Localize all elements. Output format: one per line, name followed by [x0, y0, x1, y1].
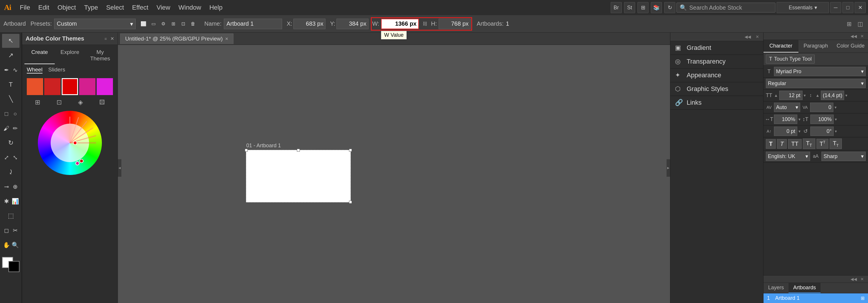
scissors-tool[interactable]: ✂ [11, 223, 20, 238]
font-size-input[interactable] [779, 91, 803, 100]
touch-type-tool-button[interactable]: T Touch Type Tool [766, 55, 815, 63]
arrange-artboards-icon[interactable]: ⊞ [845, 20, 854, 28]
artboard-name-input[interactable] [224, 19, 282, 29]
pen-tool[interactable]: ✒ [2, 63, 11, 77]
rearrange-icon[interactable]: ⊡ [179, 20, 187, 28]
tab-color-guide[interactable]: Color Guide [833, 40, 868, 53]
artboard-nav-icon[interactable]: ◫ [856, 20, 865, 28]
presets-dropdown[interactable]: Custom ▾ [54, 19, 136, 29]
size-down-icon[interactable]: ▾ [804, 93, 806, 98]
symbol-tool[interactable]: ✱ [2, 194, 11, 208]
menu-select[interactable]: Select [103, 3, 127, 12]
scale-v-input[interactable] [810, 115, 834, 124]
gradient-item[interactable]: ▣ Gradient [670, 41, 763, 55]
left-panel-collapse[interactable]: ◀ [118, 159, 121, 177]
links-item[interactable]: 🔗 Links [670, 96, 763, 110]
tab-create[interactable]: Create [25, 47, 55, 64]
line-tool[interactable]: ╲ [2, 92, 20, 106]
w-input[interactable] [381, 19, 419, 29]
panel-close-icon[interactable]: ✕ [110, 36, 114, 42]
direct-select-tool[interactable]: ↗ [2, 48, 20, 62]
search-adobe-stock[interactable]: 🔍 Search Adobe Stock [677, 3, 775, 12]
menu-object[interactable]: Object [54, 3, 80, 12]
essentials-dropdown[interactable]: Essentials ▾ [777, 2, 829, 13]
menu-type[interactable]: Type [81, 3, 101, 12]
leading-down-icon[interactable]: ▾ [845, 93, 847, 98]
color-options-icon[interactable]: ◈ [78, 99, 83, 106]
tab-paragraph[interactable]: Paragraph [799, 40, 833, 53]
save-theme-icon[interactable]: ⊡ [57, 99, 62, 106]
properties-close[interactable]: ✕ [754, 34, 761, 40]
swatch-3[interactable] [62, 78, 78, 95]
add-to-swatches-icon[interactable]: ⊞ [35, 99, 40, 106]
bold-button[interactable]: T [766, 139, 776, 149]
font-name-dropdown[interactable]: Myriad Pro ▾ [774, 67, 866, 76]
sliders-tab[interactable]: Sliders [48, 66, 65, 74]
rotation-arrow[interactable]: ▾ [835, 129, 837, 134]
bridge-button[interactable]: Br [611, 2, 622, 13]
menu-view[interactable]: View [153, 3, 174, 12]
leading-up-icon[interactable]: ▲ [816, 93, 820, 98]
artboard-handle-tl[interactable] [245, 149, 248, 152]
tab-explore[interactable]: Explore [55, 47, 85, 64]
paintbrush-tool[interactable]: 🖌 [2, 121, 11, 135]
artboard-handle-tr[interactable] [349, 149, 352, 152]
document-tab[interactable]: Untitled-1* @ 25% (RGB/GPU Preview) ✕ [120, 33, 234, 44]
superscript-button[interactable]: TT [816, 139, 829, 149]
grid-icon[interactable]: ⊞ [169, 20, 178, 28]
type-tool[interactable]: T [2, 78, 20, 91]
hand-tool[interactable]: ✋ [2, 238, 11, 252]
lock-proportions-icon[interactable]: ⛓ [421, 20, 429, 28]
baseline-arrow[interactable]: ▾ [799, 129, 801, 134]
pencil-tool[interactable]: ✏ [11, 121, 20, 135]
artboard-tool[interactable]: ⬚ [2, 209, 20, 223]
swatch-1[interactable] [27, 78, 43, 95]
swatch-2[interactable] [44, 78, 61, 95]
blend-tool[interactable]: ⊕ [11, 180, 20, 194]
tab-close-icon[interactable]: ✕ [225, 36, 228, 41]
wheel-dot-2[interactable] [75, 161, 80, 165]
menu-window[interactable]: Window [175, 3, 205, 12]
minimize-button[interactable]: ─ [830, 2, 841, 13]
y-input[interactable] [337, 19, 369, 29]
scale-h-input[interactable] [774, 115, 797, 124]
artboard-handle-br[interactable] [349, 201, 352, 203]
scale-h-arrow[interactable]: ▾ [799, 117, 801, 121]
layers-panel-close[interactable]: ✕ [859, 276, 866, 282]
layers-tab[interactable]: Layers [764, 283, 788, 293]
eraser-tool[interactable]: ◻ [2, 223, 11, 238]
menu-edit[interactable]: Edit [35, 3, 53, 12]
appearance-item[interactable]: ✦ Appearance [670, 68, 763, 82]
warp-tool[interactable]: ⤸ [2, 165, 20, 179]
wheel-dot-1[interactable] [80, 159, 84, 163]
kerning-dropdown[interactable]: Auto ▾ [774, 103, 800, 112]
curvature-tool[interactable]: ∿ [11, 63, 20, 77]
font-style-dropdown[interactable]: Regular ▾ [766, 79, 866, 88]
graph-tool[interactable]: 📊 [11, 194, 20, 208]
transparency-item[interactable]: ◎ Transparency [670, 55, 763, 68]
artboards-tab[interactable]: Artboards [788, 283, 820, 293]
maximize-button[interactable]: □ [842, 2, 854, 13]
artboard-list-row[interactable]: 1 Artboard 1 ⊞ [764, 293, 868, 303]
artboard-handle-tm[interactable] [297, 149, 300, 152]
zoom-tool[interactable]: 🔍 [11, 238, 20, 252]
portrait-icon[interactable]: ⬜ [139, 20, 148, 28]
panel-collapse-icon[interactable]: ≡ [103, 36, 108, 42]
color-wheel[interactable] [38, 111, 102, 175]
width-tool[interactable]: ⊸ [2, 180, 11, 194]
char-panel-close[interactable]: ✕ [859, 33, 866, 39]
h-input[interactable] [439, 19, 471, 29]
rotate-tool[interactable]: ↻ [2, 136, 20, 150]
tab-mythemes[interactable]: My Themes [85, 47, 115, 64]
tab-character[interactable]: Character [764, 40, 799, 53]
background-color[interactable] [8, 261, 20, 272]
library-icon[interactable]: 📚 [651, 2, 662, 13]
delete-artboard-icon[interactable]: 🗑 [189, 20, 197, 28]
small-caps-button[interactable]: TT [803, 139, 815, 149]
size-up-icon[interactable]: ▲ [774, 93, 778, 98]
menu-file[interactable]: File [16, 3, 33, 12]
shear-tool[interactable]: ⤡ [11, 150, 20, 164]
artboard-options-icon[interactable]: ⚙ [159, 20, 168, 28]
language-dropdown[interactable]: English: UK ▾ [766, 152, 810, 161]
ellipse-tool[interactable]: ○ [11, 107, 20, 121]
